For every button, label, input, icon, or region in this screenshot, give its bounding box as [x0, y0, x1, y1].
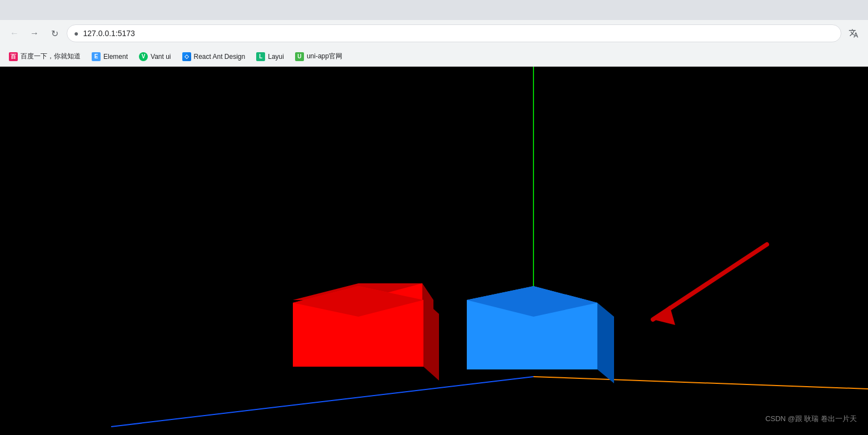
orange-axis: [533, 377, 868, 389]
bookmark-baidu[interactable]: 百 百度一下，你就知道: [4, 49, 85, 63]
bookmark-react-ant[interactable]: ◇ React Ant Design: [178, 50, 250, 63]
bookmark-layui-label: Layui: [268, 53, 284, 61]
bookmark-vant-label: Vant ui: [151, 53, 171, 61]
layui-icon: L: [256, 52, 265, 61]
3d-scene: CSDN @跟 耿瑞 卷出一片天: [0, 67, 868, 435]
blue-cube-right: [597, 303, 614, 383]
bookmark-element[interactable]: E Element: [87, 50, 132, 63]
reload-button[interactable]: ↻: [47, 26, 62, 41]
element-icon: E: [92, 52, 101, 61]
uniapp-icon: U: [295, 52, 304, 61]
blue-axis: [111, 377, 533, 427]
translate-button[interactable]: [846, 26, 861, 41]
tab-bar: [0, 0, 868, 20]
lock-icon: ●: [74, 29, 78, 38]
back-button[interactable]: ←: [7, 26, 22, 41]
bookmark-react-ant-label: React Ant Design: [194, 53, 246, 61]
red-cube-right: [423, 300, 439, 381]
baidu-icon: 百: [9, 52, 18, 61]
bookmark-baidu-label: 百度一下，你就知道: [21, 52, 81, 61]
url-text: 127.0.0.1:5173: [83, 29, 834, 38]
address-bar[interactable]: ● 127.0.0.1:5173: [67, 24, 841, 42]
forward-button[interactable]: →: [27, 26, 42, 41]
scene-svg: [0, 67, 868, 435]
bookmark-layui[interactable]: L Layui: [252, 50, 288, 63]
bookmark-vant[interactable]: V Vant ui: [134, 50, 175, 63]
react-ant-icon: ◇: [182, 52, 191, 61]
watermark: CSDN @跟 耿瑞 卷出一片天: [765, 414, 857, 424]
bookmark-element-label: Element: [103, 53, 128, 61]
bookmark-uniapp-label: uni-app官网: [307, 52, 342, 61]
nav-bar: ← → ↻ ● 127.0.0.1:5173: [0, 20, 868, 47]
vant-icon: V: [139, 52, 148, 61]
watermark-text: CSDN @跟 耿瑞 卷出一片天: [765, 414, 857, 423]
browser-chrome: ← → ↻ ● 127.0.0.1:5173 百 百度一下，你就知道 E Ele…: [0, 0, 868, 67]
bookmark-uniapp[interactable]: U uni-app官网: [291, 49, 347, 63]
bookmarks-bar: 百 百度一下，你就知道 E Element V Vant ui ◇ React …: [0, 47, 868, 67]
webpage-content: CSDN @跟 耿瑞 卷出一片天: [0, 67, 868, 435]
